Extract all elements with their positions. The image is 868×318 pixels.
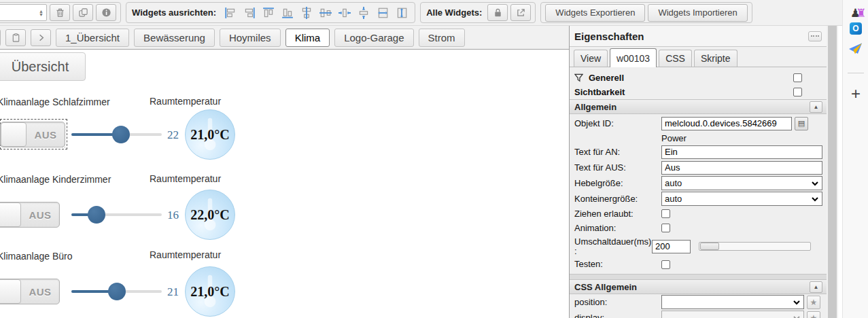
paper-plane-icon[interactable] — [843, 43, 868, 55]
toggle-state-label: AUS — [21, 279, 59, 304]
slider-thumb[interactable] — [88, 206, 105, 224]
view-tab-bewässerung[interactable]: Bewässerung — [134, 29, 215, 47]
display-label: display: — [574, 313, 661, 318]
chess-icon[interactable]: ♟♜ — [843, 6, 868, 20]
temperature-badge: 21,0°C — [185, 109, 235, 160]
room-temp-label: Raumtemperatur — [150, 96, 221, 107]
chevron-down-icon — [811, 179, 819, 188]
all-widgets-group: Alle Widgets: — [420, 2, 536, 23]
objekt-id-row: Objekt ID: ▤ — [570, 114, 827, 132]
lock-icon — [493, 7, 503, 18]
generell-checkbox[interactable] — [793, 73, 802, 82]
position-default-button[interactable]: ★ — [807, 296, 820, 309]
distribute-vertical-icon[interactable] — [355, 4, 372, 21]
same-height-icon[interactable] — [393, 4, 411, 21]
properties-tab-w00103[interactable]: w00103 — [610, 48, 657, 67]
text-an-input[interactable] — [661, 145, 822, 159]
toggle-knob[interactable] — [0, 202, 21, 227]
view-tab-bar: 1_ÜbersichtBewässerungHoymilesKlimaLogo-… — [0, 26, 569, 50]
power-toggle[interactable]: AUS — [0, 202, 60, 228]
temperature-slider[interactable] — [71, 213, 162, 216]
chevron-down-icon — [793, 314, 801, 318]
distribute-horizontal-icon[interactable] — [336, 4, 353, 21]
animation-checkbox[interactable] — [661, 224, 670, 232]
external-link-icon — [516, 7, 526, 18]
row-title: Klimaanlage Büro — [0, 251, 73, 262]
umschaltdauer-slider[interactable] — [699, 242, 811, 251]
testen-checkbox[interactable] — [661, 260, 670, 269]
outlook-icon[interactable]: O — [843, 22, 868, 35]
sidebar-divider — [848, 73, 864, 73]
view-tab-1_übersicht[interactable]: 1_Übersicht — [56, 29, 129, 47]
collapse-section-button[interactable]: ▲ — [810, 101, 822, 113]
open-widgets-button[interactable] — [510, 4, 531, 21]
widgets-export-button[interactable]: Widgets Exportieren — [545, 4, 645, 22]
spinner-arrows-icon[interactable]: ▲▼ — [39, 10, 44, 16]
properties-tab-css[interactable]: CSS — [659, 50, 692, 67]
widget-select[interactable]: ▲▼ — [0, 4, 47, 21]
display-select[interactable] — [661, 311, 804, 318]
align-right-icon[interactable] — [241, 4, 258, 21]
copy-icon — [78, 7, 88, 18]
umschaltdauer-input[interactable] — [652, 240, 691, 253]
properties-tab-skripte[interactable]: Skripte — [694, 50, 737, 67]
align-vertical-center-icon[interactable] — [298, 4, 315, 21]
view-tab-strom[interactable]: Strom — [419, 29, 465, 47]
display-default-button[interactable]: ★ — [807, 311, 820, 318]
slider-thumb[interactable] — [108, 283, 126, 300]
text-an-label: Text für AN: — [574, 147, 661, 157]
align-top-icon[interactable] — [260, 4, 277, 21]
view-header-button[interactable]: Übersicht — [0, 52, 86, 81]
text-aus-input[interactable] — [661, 161, 822, 175]
align-left-icon[interactable] — [222, 4, 239, 21]
temperature-slider[interactable] — [71, 133, 162, 136]
view-canvas[interactable]: Übersicht Klimaanlage Schlafzimmer Raumt… — [0, 50, 569, 318]
panel-drag-handle-button[interactable] — [808, 31, 822, 41]
collapse-section-button[interactable]: ▲ — [810, 281, 822, 293]
objekt-id-input[interactable] — [661, 117, 792, 130]
properties-tab-view[interactable]: View — [574, 50, 608, 67]
temperature-slider[interactable] — [71, 290, 162, 293]
ziehen-checkbox[interactable] — [661, 209, 670, 218]
power-toggle[interactable]: AUS — [0, 279, 60, 304]
scrollbar-thumb[interactable] — [828, 26, 837, 318]
konteinergroesse-select[interactable]: auto — [661, 192, 822, 206]
cut-off-button[interactable] — [0, 29, 1, 46]
hebelgroesse-label: Hebelgröße: — [574, 179, 661, 188]
css-allgemein-section-header[interactable]: CSS Allgemein ▲ — [570, 279, 827, 294]
view-tab-klima[interactable]: Klima — [285, 29, 330, 47]
copy-widget-button[interactable] — [73, 4, 93, 21]
widgets-import-button[interactable]: Widgets Importieren — [648, 4, 747, 22]
power-toggle[interactable]: AUS — [0, 122, 65, 147]
paste-view-button[interactable] — [5, 29, 26, 46]
toggle-state-label: AUS — [21, 202, 59, 227]
slider-value: 22 — [167, 128, 179, 142]
next-views-button[interactable] — [31, 29, 51, 46]
trash-icon — [55, 7, 65, 18]
lock-widgets-button[interactable] — [487, 4, 508, 21]
panel-scrollbar[interactable] — [827, 26, 838, 318]
view-tab-hoymiles[interactable]: Hoymiles — [220, 29, 281, 47]
toggle-knob[interactable] — [0, 279, 21, 304]
slider-thumb[interactable] — [112, 126, 130, 143]
temperature-value: 21,0°C — [190, 284, 229, 300]
clipboard-icon — [11, 33, 21, 43]
align-horizontal-center-icon[interactable] — [317, 4, 334, 21]
sichtbarkeit-checkbox[interactable] — [793, 88, 802, 96]
toggle-knob[interactable] — [1, 122, 27, 147]
chevron-down-icon — [793, 298, 801, 306]
widget-info-button[interactable] — [96, 4, 116, 21]
allgemein-section-header[interactable]: Allgemein ▲ — [570, 99, 827, 114]
hebelgroesse-select[interactable]: auto — [661, 176, 822, 190]
position-select[interactable] — [661, 295, 804, 309]
view-tab-logo-garage[interactable]: Logo-Garage — [334, 29, 413, 47]
same-width-icon[interactable] — [374, 4, 392, 21]
position-row: position: ★ — [570, 294, 827, 310]
chevron-right-icon — [36, 33, 46, 43]
slider-value: 16 — [167, 209, 179, 222]
align-bottom-icon[interactable] — [279, 4, 296, 21]
add-icon[interactable]: + — [843, 87, 868, 101]
select-object-button[interactable]: ▤ — [795, 117, 808, 130]
umschaltdauer-slider-handle[interactable] — [700, 243, 719, 250]
delete-widget-button[interactable] — [50, 4, 70, 21]
